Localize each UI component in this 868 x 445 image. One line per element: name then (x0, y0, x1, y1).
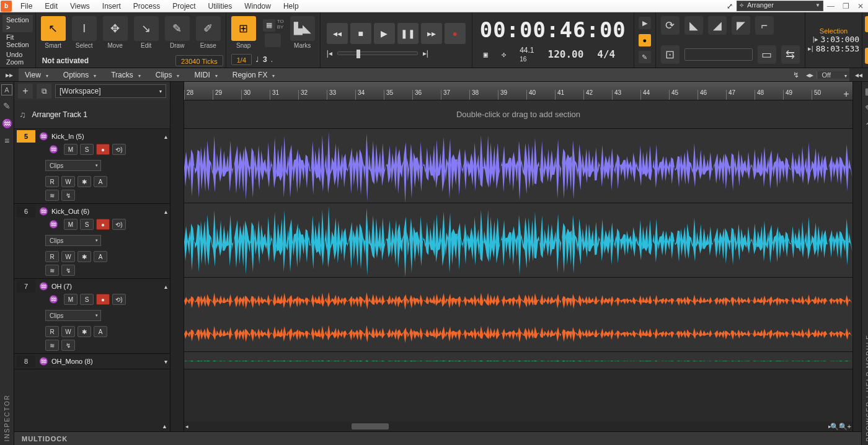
input-echo-button[interactable]: ⟲) (112, 144, 126, 155)
ruler-options-icon[interactable]: ⇆ (781, 45, 800, 64)
secbar-view[interactable]: View (19, 71, 57, 79)
arm-record-button[interactable]: ● (96, 219, 110, 230)
automation-lanes-icon[interactable]: ↯ (789, 68, 803, 82)
track-name[interactable]: OH_Mono (8) (51, 358, 159, 365)
metronome-icon[interactable]: ▣ (480, 50, 492, 59)
track-collapse-icon[interactable]: ▾ (162, 358, 170, 365)
time-signature[interactable]: 4/4 (593, 48, 619, 60)
workspace-dropdown[interactable]: Arranger (737, 1, 823, 11)
vertical-scrollbar[interactable] (852, 82, 861, 431)
rewind-button[interactable]: ◂◂ (327, 23, 348, 44)
secbar-tracks[interactable]: Tracks (105, 71, 149, 79)
write-automation-button[interactable]: W (61, 176, 75, 187)
solo-button[interactable]: S (80, 144, 94, 155)
menu-window[interactable]: Window (238, 1, 277, 12)
auto-crossfade-button[interactable]: ≋+ (865, 16, 868, 32)
maximize-panel-icon[interactable]: ⤢ (723, 2, 737, 11)
multidock-bar[interactable]: MULTIDOCK (14, 431, 861, 445)
add-folder-button[interactable]: ⧉ (37, 84, 51, 99)
tool-draw-button[interactable]: ✎ (165, 16, 190, 41)
punch-icon[interactable]: ✣ (498, 50, 510, 59)
track-eq-icon[interactable]: ≋ (45, 265, 59, 276)
track-number[interactable]: 6 (17, 205, 35, 218)
zoom-in-icon[interactable]: 🔍+ (839, 423, 851, 431)
clip-lane[interactable] (184, 203, 852, 278)
clip-lane[interactable] (184, 352, 852, 369)
loop-button[interactable]: ⟳ (661, 16, 680, 35)
fade-out-icon[interactable]: ◢ (708, 16, 727, 35)
track-name[interactable]: OH (7) (51, 283, 159, 290)
read-automation-button[interactable]: R (45, 326, 59, 337)
tool-move-button[interactable]: ✥ (103, 16, 128, 41)
track-clips-dropdown[interactable]: Clips (45, 235, 101, 246)
track-header[interactable]: 7 ♒ OH (7) ▴ ♒ M S ● ⟲) Clips R W ✱ A ≋ … (14, 279, 170, 354)
archive-button[interactable]: A (94, 176, 107, 187)
minimize-window-button[interactable]: — (823, 2, 838, 11)
horizontal-scrollbar[interactable]: ◂ ▸ 🔍- 🔍+ (184, 421, 852, 431)
tracklist-scroll-up-icon[interactable]: ▲ (162, 423, 167, 430)
tool-smart-button[interactable]: ↖ (41, 16, 66, 41)
overview-box[interactable]: ▦ (263, 19, 275, 32)
automation-mode-dropdown[interactable]: Off (817, 71, 849, 79)
snap-button[interactable]: ⊞ (231, 16, 256, 41)
tool-edit-button[interactable]: ↘ (134, 16, 159, 41)
select-all-icon[interactable]: ⊡ (661, 45, 680, 64)
menu-views[interactable]: Views (64, 1, 96, 12)
clip-lanes[interactable] (184, 129, 852, 421)
undo-zoom-button[interactable]: Undo Zoom (2, 50, 33, 67)
collapse-inspector-icon[interactable]: ▸▸ (0, 68, 19, 81)
add-track-button[interactable]: + (18, 84, 33, 99)
timeline-ruler[interactable]: 2829303132333435363738394041424344454647… (184, 82, 852, 100)
forward-button[interactable]: ▸▸ (421, 23, 442, 44)
clip-select-dropdown[interactable] (684, 48, 753, 61)
menu-file[interactable]: File (14, 1, 38, 12)
tool-select-button[interactable]: I (72, 16, 97, 41)
record-button[interactable]: ● (445, 23, 466, 44)
pause-button[interactable]: ❚❚ (397, 23, 418, 44)
crossfade-icon[interactable]: ◤ (732, 16, 750, 35)
go-end-icon[interactable]: ▸| (423, 49, 428, 58)
read-automation-button[interactable]: R (45, 176, 59, 187)
track-collapse-icon[interactable]: ▴ (162, 208, 170, 215)
ruler-add-button[interactable]: + (840, 89, 852, 100)
secbar-options[interactable]: Options (57, 71, 105, 79)
freeze-button[interactable]: ✱ (78, 251, 91, 262)
track-collapse-icon[interactable]: ▴ (162, 283, 170, 290)
marks-button[interactable]: ▙◣ (290, 16, 315, 41)
track-number[interactable]: 5 (17, 130, 35, 143)
track-clips-dropdown[interactable]: Clips (45, 310, 101, 321)
secbar-clips[interactable]: Clips (149, 71, 188, 79)
browser-tab-help-icon[interactable]: ? (862, 119, 868, 133)
read-automation-button[interactable]: R (45, 251, 59, 262)
trim-icon[interactable]: ⌐ (755, 16, 774, 35)
arranger-track-header[interactable]: ♫ Arranger Track 1 (14, 100, 170, 129)
scrollbar-thumb[interactable] (352, 423, 389, 430)
timecode-display[interactable]: 00:00:46:00 (480, 17, 626, 42)
archive-button[interactable]: A (94, 251, 107, 262)
fit-section-button[interactable]: Fit Section (2, 32, 33, 50)
menu-edit[interactable]: Edit (38, 1, 64, 12)
play-state-icon[interactable]: ▶ (639, 17, 651, 29)
menu-utilities[interactable]: Utilities (202, 1, 239, 12)
input-echo-button[interactable]: ⟲) (112, 219, 126, 230)
track-env-icon[interactable]: ↯ (61, 265, 75, 276)
arranger-section-lane[interactable]: Double-click or drag to add section (184, 100, 852, 129)
inspector-tab-list-icon[interactable]: ≡ (0, 134, 14, 148)
inspector-tab-a-icon[interactable]: A (1, 84, 12, 95)
track-env-icon[interactable]: ↯ (61, 340, 75, 351)
secbar-region-fx[interactable]: Region FX (226, 71, 284, 79)
track-name[interactable]: Kick_Out (6) (51, 208, 159, 215)
close-window-button[interactable]: ✕ (853, 2, 868, 11)
track-eq-icon[interactable]: ≋ (45, 190, 59, 201)
track-number[interactable]: 8 (17, 355, 35, 368)
freeze-button[interactable]: ✱ (78, 176, 91, 187)
inspector-tab-eq-icon[interactable]: ✎ (0, 99, 14, 113)
track-header[interactable]: 5 ♒ Kick_In (5) ▴ ♒ M S ● ⟲) Clips R W ✱… (14, 129, 170, 204)
split-icon[interactable]: ◂▸ (803, 68, 817, 82)
tool-erase-button[interactable]: ✐ (196, 16, 221, 41)
write-automation-button[interactable]: W (61, 251, 75, 262)
menu-help[interactable]: Help (277, 1, 305, 12)
solo-button[interactable]: S (80, 294, 94, 305)
track-number[interactable]: 7 (17, 280, 35, 293)
track-workspace-dropdown[interactable]: [Workspace] (55, 84, 166, 98)
